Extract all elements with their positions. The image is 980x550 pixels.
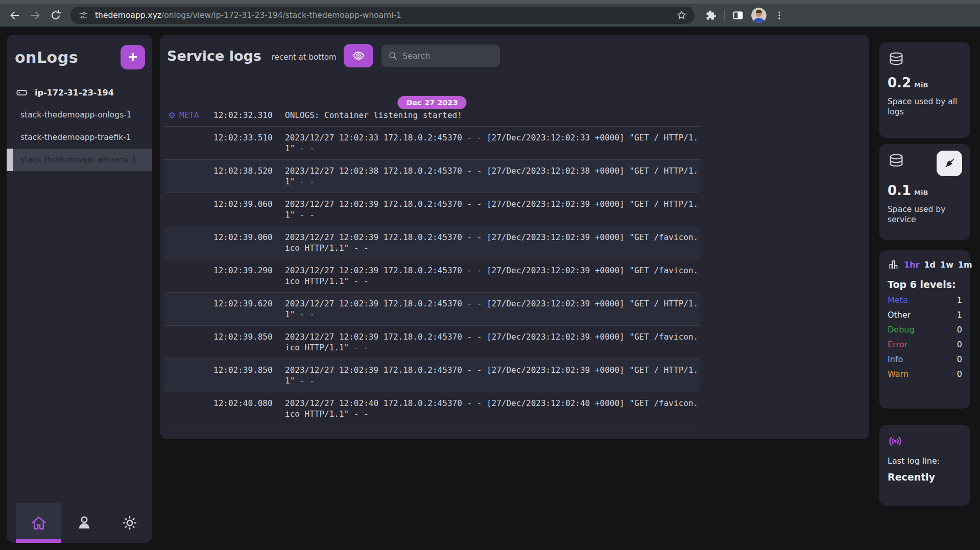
service-size-value: 0.1 bbox=[888, 183, 911, 198]
server-icon bbox=[16, 87, 28, 99]
log-timestamp: 12:02:39.060 bbox=[213, 199, 274, 209]
time-range-label: 1m bbox=[958, 260, 972, 270]
log-level-cell: META bbox=[164, 110, 213, 121]
card-space-all-logs: 0.2 MiB Space used by all logs bbox=[879, 42, 970, 138]
sidebar-bottom-nav bbox=[7, 503, 152, 543]
tab-home[interactable] bbox=[16, 503, 61, 543]
sidebar-service-item[interactable]: stack-thedemoapp-onlogs-1 bbox=[7, 104, 152, 126]
tab-theme[interactable] bbox=[107, 503, 152, 543]
log-row: 12:02:38.520 2023/12/27 12:02:38 172.18.… bbox=[164, 159, 700, 193]
search-box bbox=[381, 44, 500, 67]
log-rows: META 12:02:32.310 ONLOGS: Container list… bbox=[164, 104, 700, 425]
log-message: 2023/12/27 12:02:39 172.18.0.2:45370 - -… bbox=[285, 331, 700, 353]
level-name: Warn bbox=[888, 369, 909, 379]
service-size-unit: MiB bbox=[914, 189, 928, 197]
level-name: Error bbox=[888, 340, 907, 349]
log-message: 2023/12/27 12:02:39 172.18.0.2:45370 - -… bbox=[285, 365, 700, 386]
card-space-service: 0.1 MiB Space used by service bbox=[879, 144, 970, 240]
log-row: 12:02:40.080 2023/12/27 12:02:40 172.18.… bbox=[164, 392, 700, 425]
log-list: Dec 27 2023 META 12:02:32.310 ONLOGS: Co… bbox=[164, 104, 700, 425]
time-range-option[interactable]: 1hr bbox=[904, 260, 919, 270]
log-message: 2023/12/27 12:02:38 172.18.0.2:45370 - -… bbox=[285, 165, 700, 187]
level-row: Info 0 bbox=[888, 354, 962, 364]
database-icon bbox=[888, 51, 962, 68]
all-logs-size-value: 0.2 bbox=[888, 75, 911, 90]
level-name: Other bbox=[888, 310, 911, 320]
service-list: stack-thedemoapp-onlogs-1 stack-thedemoa… bbox=[7, 104, 152, 171]
broom-icon bbox=[943, 157, 956, 170]
sidebar-header: onLogs + bbox=[7, 35, 152, 73]
extensions-icon[interactable] bbox=[705, 9, 717, 21]
database-icon bbox=[888, 153, 905, 170]
log-row: 12:02:39.060 2023/12/27 12:02:39 172.18.… bbox=[164, 226, 700, 259]
side-panel-icon[interactable] bbox=[732, 9, 744, 21]
brightness-sun-icon bbox=[121, 514, 138, 532]
levels-list: Meta 1 Other 1 Debug 0 Error 0 Info 0 bbox=[888, 295, 962, 379]
last-log-value: Recently bbox=[888, 471, 962, 483]
search-icon bbox=[388, 51, 398, 61]
tab-users[interactable] bbox=[61, 503, 107, 543]
log-message: 2023/12/27 12:02:39 172.18.0.2:45370 - -… bbox=[285, 232, 700, 253]
url-bar[interactable]: thedemoapp.xyz/onlogs/view/ip-172-31-23-… bbox=[70, 7, 695, 24]
url-domain: thedemoapp.xyz bbox=[95, 11, 161, 20]
person-icon bbox=[76, 514, 93, 532]
log-row: 12:02:39.850 2023/12/27 12:02:39 172.18.… bbox=[164, 358, 700, 392]
log-timestamp: 12:02:32.310 bbox=[213, 110, 274, 121]
bookmark-star-icon[interactable] bbox=[676, 9, 687, 21]
server-row[interactable]: ip-172-31-23-194 bbox=[7, 73, 152, 104]
time-range-label: 1hr bbox=[904, 260, 919, 270]
all-logs-caption: Space used by all logs bbox=[888, 97, 962, 117]
tab-strip bbox=[0, 0, 980, 4]
level-name: Meta bbox=[888, 295, 908, 305]
toolbar-divider bbox=[724, 10, 725, 20]
clear-logs-button[interactable] bbox=[937, 151, 962, 176]
level-count: 0 bbox=[957, 325, 962, 334]
watch-toggle-button[interactable] bbox=[344, 44, 373, 67]
time-range-option[interactable]: 1w bbox=[940, 260, 953, 270]
level-name: Debug bbox=[888, 325, 915, 334]
log-timestamp: 12:02:39.290 bbox=[213, 265, 274, 276]
chrome-menu-icon[interactable] bbox=[774, 10, 785, 21]
log-message: 2023/12/27 12:02:39 172.18.0.2:45370 - -… bbox=[285, 199, 700, 220]
add-server-button[interactable]: + bbox=[121, 45, 145, 69]
level-row: Warn 0 bbox=[888, 369, 962, 379]
browser-chrome: thedemoapp.xyz/onlogs/view/ip-172-31-23-… bbox=[0, 0, 980, 27]
service-item-label: stack-thedemoapp-whoami-1 bbox=[20, 155, 136, 164]
level-count: 1 bbox=[957, 295, 962, 305]
time-range-option[interactable]: 1d bbox=[924, 260, 936, 270]
log-message: 2023/12/27 12:02:39 172.18.0.2:45370 - -… bbox=[285, 298, 700, 320]
meta-level-icon bbox=[169, 112, 175, 118]
log-timestamp: 12:02:39.060 bbox=[213, 232, 274, 243]
level-row: Other 1 bbox=[888, 310, 962, 320]
reload-icon bbox=[50, 9, 62, 21]
profile-avatar[interactable] bbox=[751, 8, 767, 23]
reload-button[interactable] bbox=[47, 7, 64, 24]
date-badge[interactable]: Dec 27 2023 bbox=[397, 96, 466, 109]
forward-arrow-icon bbox=[29, 9, 41, 21]
service-size: 0.1 MiB bbox=[888, 183, 962, 198]
forward-button[interactable] bbox=[27, 7, 44, 24]
url-text: thedemoapp.xyz/onlogs/view/ip-172-31-23-… bbox=[95, 11, 676, 20]
app-title: onLogs bbox=[15, 49, 78, 66]
log-row: 12:02:39.620 2023/12/27 12:02:39 172.18.… bbox=[164, 292, 700, 325]
sidebar-service-item[interactable]: stack-thedemoapp-traefik-1 bbox=[7, 126, 152, 149]
eye-icon bbox=[352, 49, 365, 62]
service-caption: Space used by service bbox=[888, 204, 962, 225]
service-item-label: stack-thedemoapp-onlogs-1 bbox=[20, 110, 132, 119]
log-timestamp: 12:02:39.850 bbox=[213, 331, 274, 342]
back-button[interactable] bbox=[6, 7, 23, 24]
sidebar: onLogs + ip-172-31-23-194 stack-thedemoa… bbox=[7, 35, 152, 543]
log-message: 2023/12/27 12:02:33 172.18.0.2:45370 - -… bbox=[285, 132, 700, 154]
level-count: 0 bbox=[957, 340, 962, 349]
sidebar-service-item[interactable]: stack-thedemoapp-whoami-1 bbox=[7, 149, 152, 171]
url-path: /onlogs/view/ip-172-31-23-194/stack-thed… bbox=[161, 11, 401, 20]
search-input[interactable] bbox=[402, 51, 489, 61]
log-row: 12:02:39.850 2023/12/27 12:02:39 172.18.… bbox=[164, 325, 700, 358]
card-top-levels: 1hr 1d 1w 1m Top 6 levels: Meta 1 Other … bbox=[879, 250, 970, 409]
level-name: Info bbox=[888, 354, 903, 364]
time-range-option[interactable]: 1m bbox=[958, 260, 972, 270]
level-row: Debug 0 bbox=[888, 325, 962, 334]
top-levels-title: Top 6 levels: bbox=[888, 279, 962, 290]
site-settings-icon[interactable] bbox=[78, 10, 89, 21]
broadcast-icon bbox=[888, 434, 962, 449]
